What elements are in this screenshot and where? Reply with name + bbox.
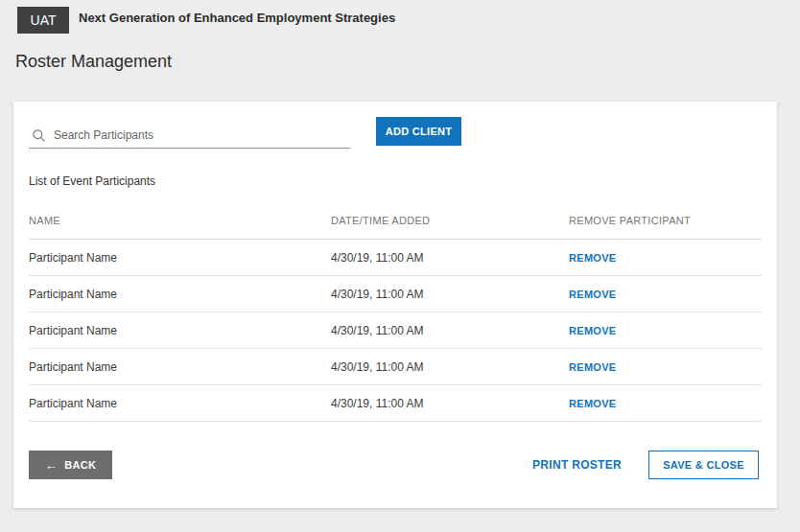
participant-name: Participant Name <box>29 251 331 265</box>
table-row: Participant Name 4/30/19, 11:00 AM REMOV… <box>29 349 762 385</box>
date-added: 4/30/19, 11:00 AM <box>331 324 569 337</box>
participant-name: Participant Name <box>29 288 331 301</box>
remove-link[interactable]: REMOVE <box>569 361 616 373</box>
footer-actions: ← BACK PRINT ROSTER SAVE & CLOSE <box>29 451 762 479</box>
table-header-row: NAME DATE/TIME ADDED REMOVE PARTICIPANT <box>29 215 762 240</box>
save-close-button[interactable]: SAVE & CLOSE <box>648 451 759 479</box>
print-roster-link[interactable]: PRINT ROSTER <box>532 458 622 472</box>
search-row: ADD CLIENT <box>29 117 762 149</box>
column-header-name: NAME <box>29 215 331 226</box>
remove-link[interactable]: REMOVE <box>569 325 616 336</box>
page-title: Roster Management <box>15 52 172 72</box>
date-added: 4/30/19, 11:00 AM <box>331 288 569 301</box>
back-arrow-icon: ← <box>45 458 58 473</box>
remove-link[interactable]: REMOVE <box>569 252 616 264</box>
remove-link[interactable]: REMOVE <box>569 289 616 300</box>
date-added: 4/30/19, 11:00 AM <box>331 397 569 410</box>
environment-badge: UAT <box>17 7 69 34</box>
search-field <box>29 128 350 149</box>
participant-name: Participant Name <box>29 324 331 337</box>
list-caption: List of Event Participants <box>29 174 762 188</box>
search-icon <box>33 129 45 142</box>
date-added: 4/30/19, 11:00 AM <box>331 251 569 265</box>
back-button-label: BACK <box>64 459 96 471</box>
column-header-date: DATE/TIME ADDED <box>331 215 569 226</box>
back-button[interactable]: ← BACK <box>29 451 112 479</box>
participant-name: Participant Name <box>29 397 331 410</box>
footer-right-actions: PRINT ROSTER SAVE & CLOSE <box>532 451 759 479</box>
table-row: Participant Name 4/30/19, 11:00 AM REMOV… <box>29 312 762 349</box>
table-row: Participant Name 4/30/19, 11:00 AM REMOV… <box>29 385 762 422</box>
remove-link[interactable]: REMOVE <box>569 398 616 409</box>
search-input[interactable] <box>45 128 350 142</box>
add-client-button[interactable]: ADD CLIENT <box>376 117 461 146</box>
participant-name: Participant Name <box>29 360 331 374</box>
app-title: Next Generation of Enhanced Employment S… <box>79 11 395 25</box>
roster-card: ADD CLIENT List of Event Participants NA… <box>13 102 777 508</box>
table-row: Participant Name 4/30/19, 11:00 AM REMOV… <box>29 240 762 276</box>
table-row: Participant Name 4/30/19, 11:00 AM REMOV… <box>29 276 762 312</box>
date-added: 4/30/19, 11:00 AM <box>331 360 569 374</box>
column-header-remove: REMOVE PARTICIPANT <box>569 215 762 226</box>
